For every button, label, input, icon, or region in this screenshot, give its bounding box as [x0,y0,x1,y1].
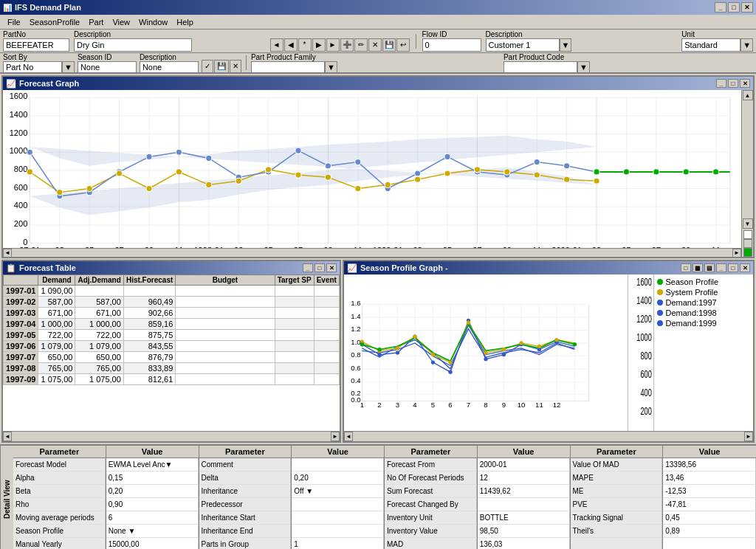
sp-scroll-left[interactable]: ◄ [344,432,353,441]
fg-color1[interactable] [743,230,752,239]
param-row[interactable]: 13398,56 [663,458,756,472]
menu-help[interactable]: Help [172,16,198,28]
description-input[interactable] [74,38,192,52]
nav-back-button[interactable]: ◀ [284,38,298,52]
nav-next-button[interactable]: ► [326,38,340,52]
forecast-table-content[interactable]: Demand Adj.Demand Hist.Forecast Budget T… [3,274,340,431]
param-row[interactable]: EWMA Level Anc▼ [106,458,199,472]
cell-budget[interactable] [176,308,275,319]
fg-close-button[interactable]: ✕ [740,79,750,88]
param-row[interactable]: 98,50 [478,525,570,538]
param-row[interactable]: 13,46 [663,472,756,485]
detail-view-tab[interactable]: Detail View [0,446,13,549]
menu-window[interactable]: Window [134,16,172,28]
sp-icon2[interactable]: ▦ [693,263,703,272]
param-row[interactable]: BOTTLE [478,511,570,525]
seasonid-input[interactable] [78,61,137,73]
nav-save-button[interactable]: 💾 [382,38,396,52]
ppc-dropdown[interactable]: ▼ [577,61,590,73]
fg-maximize-button[interactable]: □ [728,79,738,88]
sp-scroll-right[interactable]: ► [744,432,753,441]
nav-forward-button[interactable]: ▶ [312,38,326,52]
sp-icon3[interactable]: ▤ [704,263,715,272]
fg-scroll-left[interactable]: ◄ [3,249,12,258]
param-row[interactable]: Off ▼ [292,485,384,498]
flowdesc-input[interactable] [486,38,560,52]
param-row[interactable] [478,498,570,511]
param-row[interactable] [292,458,384,472]
flowdesc-dropdown[interactable]: ▼ [560,38,572,52]
param-row[interactable]: 2000-01 [478,458,570,472]
fg-minimize-button[interactable]: _ [716,79,726,88]
param-row[interactable]: 6 [106,511,199,525]
sortby-dropdown[interactable]: ▼ [62,61,75,73]
cell-budget[interactable] [176,363,275,374]
param-row[interactable] [292,498,384,511]
cell-budget[interactable] [176,319,275,330]
fg-scroll-down[interactable]: ▼ [743,218,753,229]
param-row[interactable] [292,525,384,538]
menu-part[interactable]: Part [84,16,108,28]
maximize-button[interactable]: □ [728,2,740,13]
param-row[interactable]: 0,45 [663,511,756,525]
param-row[interactable]: 0,89 [663,525,756,538]
flowid-input[interactable] [422,38,481,52]
season-cancel-button[interactable]: ✕ [230,60,241,73]
sp-close-button[interactable]: ✕ [740,263,750,272]
fg-scroll-right[interactable]: ► [732,249,741,258]
nav-prev-button[interactable]: ◄ [270,38,284,52]
unit-dropdown[interactable]: ▼ [740,38,753,52]
nav-stop-button[interactable]: * [298,38,312,52]
param-row[interactable]: 0,20 [292,472,384,485]
param-row[interactable]: 1 [292,538,384,549]
param-row[interactable]: 11439,62 [478,485,570,498]
cell-budget[interactable] [176,374,275,385]
sp-scrollbar-h[interactable]: ◄ ► [344,431,753,441]
param-row[interactable]: -12,53 [663,485,756,498]
param-row[interactable]: 0,15 [106,472,199,485]
cell-budget[interactable] [176,341,275,352]
ft-scroll-left[interactable]: ◄ [3,432,12,441]
cell-budget[interactable] [176,330,275,341]
cell-budget[interactable] [176,352,275,363]
param-row[interactable]: 0,20 [106,485,199,498]
fg-scroll-up[interactable]: ▲ [743,90,753,100]
cell-budget[interactable] [176,286,275,297]
ppf-input[interactable] [251,61,325,73]
season-save-button[interactable]: 💾 [214,60,229,73]
sortby-input[interactable] [3,61,62,73]
fg-scrollbar-h[interactable]: ◄ ► [3,248,741,257]
fg-color3[interactable] [743,248,752,257]
sp-minimize-button[interactable]: _ [716,263,726,272]
param-row[interactable]: None ▼ [106,525,199,538]
sp-icon1[interactable]: □ [681,263,691,272]
unit-input[interactable] [681,38,740,52]
ppc-input[interactable] [504,61,577,73]
fg-color2[interactable] [743,239,752,248]
ppf-dropdown[interactable]: ▼ [325,61,337,73]
seasondesc-input[interactable] [140,61,199,73]
ft-minimize-button[interactable]: _ [303,263,313,272]
nav-cancel-button[interactable]: ↩ [396,38,410,52]
param-row[interactable]: 0,90 [106,498,199,511]
ft-scrollbar-h[interactable]: ◄ ► [3,431,340,441]
close-button[interactable]: ✕ [741,2,753,13]
ft-scroll-right[interactable]: ► [331,432,340,441]
nav-delete-button[interactable]: ✕ [368,38,382,52]
param-row[interactable] [292,511,384,525]
param-row[interactable] [663,538,756,549]
menu-view[interactable]: View [108,16,134,28]
menu-file[interactable]: File [3,16,25,28]
menu-seasonprofile[interactable]: SeasonProfile [25,16,85,28]
season-check-button[interactable]: ✓ [202,60,213,73]
param-row[interactable]: 12 [478,472,570,485]
nav-edit-button[interactable]: ✏ [354,38,368,52]
cell-budget[interactable] [176,297,275,308]
minimize-button[interactable]: _ [715,2,726,13]
sp-maximize-button[interactable]: □ [728,263,738,272]
param-row[interactable]: 136,03 [478,538,570,549]
nav-add-button[interactable]: ➕ [340,38,354,52]
param-row[interactable]: -47,81 [663,498,756,511]
partno-input[interactable] [3,38,69,52]
ft-close-button[interactable]: ✕ [326,263,337,272]
